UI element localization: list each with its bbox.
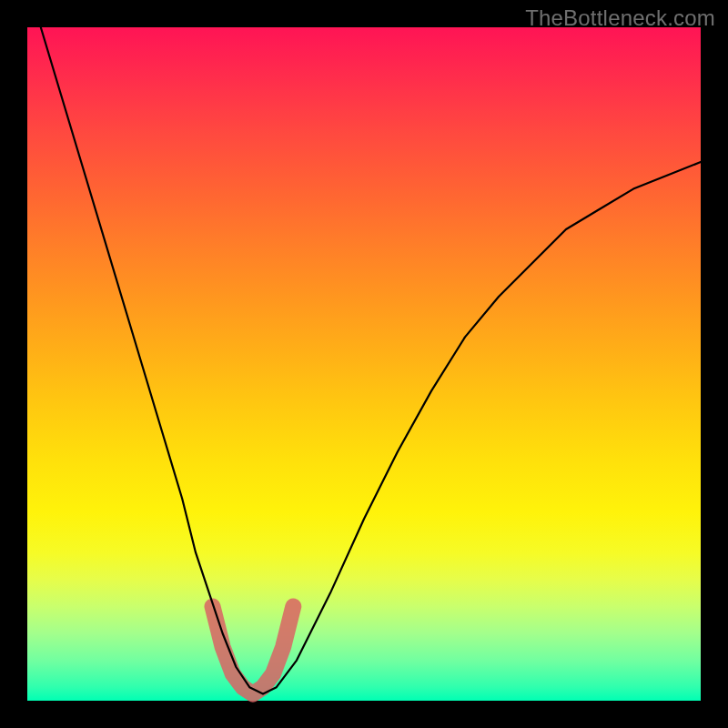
bottleneck-curve	[41, 27, 701, 694]
plot-area	[27, 27, 701, 701]
chart-frame: TheBottleneck.com	[0, 0, 728, 728]
curve-svg	[27, 27, 701, 701]
watermark-text: TheBottleneck.com	[525, 5, 715, 31]
